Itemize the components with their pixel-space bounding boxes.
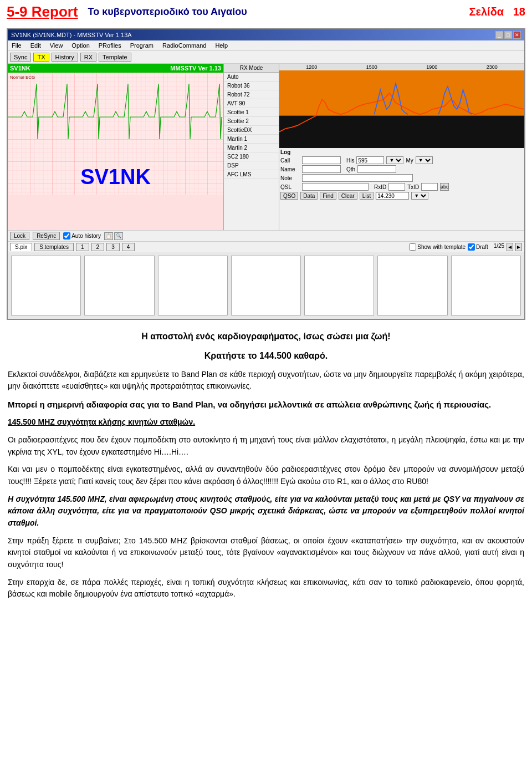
tab-2[interactable]: 2 xyxy=(91,243,105,251)
article-para8: Στην επαρχία δε, σε πάρα πολλές περιοχές… xyxy=(8,577,524,600)
freq-2300: 2300 xyxy=(487,64,498,70)
call-input[interactable] xyxy=(302,156,341,164)
image-cell-6 xyxy=(377,256,447,315)
lock-button[interactable]: Lock xyxy=(10,232,29,240)
mode-martin1[interactable]: Martin 1 xyxy=(224,135,279,144)
window-title-text: SV1NK (SV1NK.MDT) - MMSSTV Ver 1.13A xyxy=(11,32,132,38)
log-row-note: Note xyxy=(280,174,523,182)
log-area: Log Call His ▼ My ▼ Name Qth xyxy=(279,148,524,230)
abc-button[interactable]: abc xyxy=(440,183,449,191)
qso-button[interactable]: QSO xyxy=(280,192,298,200)
mode-robot72[interactable]: Robot 72 xyxy=(224,90,279,99)
spectrum-svg xyxy=(279,70,524,148)
menu-profiles[interactable]: PRofiles xyxy=(97,42,123,49)
article-para3: 145.500 MHZ συχνότητα κλήσης κινητών στα… xyxy=(8,416,524,429)
auto-history-label[interactable]: Auto history xyxy=(63,232,101,240)
image-cell-4 xyxy=(231,256,301,315)
template-button[interactable]: Template xyxy=(99,53,131,62)
rxid-input[interactable] xyxy=(388,183,405,191)
show-template-checkbox[interactable] xyxy=(409,243,416,251)
rx-button[interactable]: RX xyxy=(80,53,96,62)
next-page-button[interactable]: ► xyxy=(515,243,522,251)
article-para5: Και ναι μεν ο πομποδέκτης είναι εγκατεστ… xyxy=(8,464,524,487)
minimize-button[interactable]: _ xyxy=(495,31,503,39)
image-cell-1 xyxy=(11,256,81,315)
tx-button[interactable]: TX xyxy=(33,53,49,62)
article-line1: Η αποστολή ενός καρδιογραφήματος, ίσως σ… xyxy=(8,330,524,344)
page-label: Σελίδα xyxy=(469,6,504,18)
mmsstv-version-display: MMSSTV Ver 1.13 xyxy=(170,65,221,72)
draft-label[interactable]: Draft xyxy=(468,243,488,251)
auto-history-checkbox[interactable] xyxy=(63,232,70,240)
txid-input[interactable] xyxy=(421,183,438,191)
template-tab-strip: S.pix S.templates 1 2 3 4 Show with temp… xyxy=(8,241,524,252)
history-button[interactable]: History xyxy=(52,53,78,62)
find-button[interactable]: Find xyxy=(320,192,336,200)
article-line2: Κρατήστε το 144.500 καθαρό. xyxy=(8,349,524,363)
mode-sc2180[interactable]: SC2 180 xyxy=(224,152,279,161)
my-label: My xyxy=(406,157,413,164)
show-template-label[interactable]: Show with template xyxy=(409,243,466,251)
image-display-panel: SV1NK MMSSTV Ver 1.13 Normal ECG xyxy=(8,64,224,230)
menu-edit[interactable]: Edit xyxy=(29,42,43,49)
name-input[interactable] xyxy=(302,165,341,173)
resync-button[interactable]: ReSync xyxy=(33,232,60,240)
rxid-label: RxID xyxy=(374,184,386,190)
rx-mode-header: RX Mode xyxy=(224,64,279,73)
clear-button[interactable]: Clear xyxy=(339,192,357,200)
freq-dropdown[interactable]: ▼ xyxy=(411,192,428,200)
page-header: 5-9 Report Το κυβερνοπεριοδικό του Αιγαί… xyxy=(0,0,532,24)
sync-button[interactable]: Sync xyxy=(10,53,31,62)
menu-view[interactable]: View xyxy=(48,42,65,49)
log-row-qsl: QSL RxID TxID abc xyxy=(280,183,523,191)
menu-program[interactable]: Program xyxy=(129,42,155,49)
sv1nk-large-label: SV1NK xyxy=(80,165,151,189)
note-input[interactable] xyxy=(302,174,413,182)
draft-checkbox[interactable] xyxy=(468,243,475,251)
qsl-label: QSL xyxy=(280,184,300,190)
mode-scottiedx[interactable]: ScottieDX xyxy=(224,126,279,135)
mode-dsp[interactable]: DSP xyxy=(224,161,279,170)
image-cell-2 xyxy=(84,256,154,315)
window-titlebar: SV1NK (SV1NK.MDT) - MMSSTV Ver 1.13A _ □… xyxy=(8,29,524,40)
header-subtitle: Το κυβερνοπεριοδικό του Αιγαίου xyxy=(88,6,247,18)
menu-radiocommand[interactable]: RadioCommand xyxy=(161,42,208,49)
article-para2: Μπορεί η σημερινή αδιαφορία σας για το B… xyxy=(8,398,524,411)
tab-1[interactable]: 1 xyxy=(76,243,89,251)
qth-input[interactable] xyxy=(357,165,396,173)
article-para6: Η συχνότητα 145.500 MHZ, είναι αφιερωμέν… xyxy=(8,493,524,529)
icon-2[interactable]: 🔍 xyxy=(114,232,123,240)
svg-rect-3 xyxy=(279,116,524,148)
mode-robot36[interactable]: Robot 36 xyxy=(224,82,279,90)
tab-3[interactable]: 3 xyxy=(106,243,120,251)
tab-stemplates[interactable]: S.templates xyxy=(34,243,74,251)
menu-help[interactable]: Help xyxy=(213,42,229,49)
mode-avt90[interactable]: AVT 90 xyxy=(224,99,279,108)
his-dropdown[interactable]: ▼ xyxy=(386,156,403,164)
his-input[interactable] xyxy=(356,156,384,164)
maximize-button[interactable]: □ xyxy=(504,31,512,39)
mode-auto[interactable]: Auto xyxy=(224,73,279,82)
page-number: 18 xyxy=(513,6,525,18)
image-cell-3 xyxy=(158,256,228,315)
article-para4: Οι ραδιοερασιτέχνες που δεν έχουν πομποδ… xyxy=(8,434,524,458)
mode-scottie1[interactable]: Scottie 1 xyxy=(224,108,279,117)
tab-spix[interactable]: S.pix xyxy=(10,243,32,251)
mode-martin2[interactable]: Martin 2 xyxy=(224,144,279,152)
data-button[interactable]: Data xyxy=(300,192,318,200)
log-row-name: Name Qth xyxy=(280,165,523,173)
icon-1[interactable]: 📋 xyxy=(104,232,113,240)
mode-afc-lms[interactable]: AFC LMS xyxy=(224,170,279,179)
close-button[interactable]: ✕ xyxy=(513,31,521,39)
prev-page-button[interactable]: ◄ xyxy=(507,243,513,251)
menu-option[interactable]: Option xyxy=(70,42,91,49)
main-content: SV1NK MMSSTV Ver 1.13 Normal ECG xyxy=(8,64,524,230)
menu-file[interactable]: File xyxy=(10,42,23,49)
image-cell-5 xyxy=(304,256,374,315)
qsl-input[interactable] xyxy=(302,183,369,191)
image-grid xyxy=(8,252,524,319)
mode-scottie2[interactable]: Scottie 2 xyxy=(224,117,279,126)
tab-4[interactable]: 4 xyxy=(122,243,135,251)
my-dropdown[interactable]: ▼ xyxy=(416,156,433,164)
list-button[interactable]: List xyxy=(360,192,374,200)
